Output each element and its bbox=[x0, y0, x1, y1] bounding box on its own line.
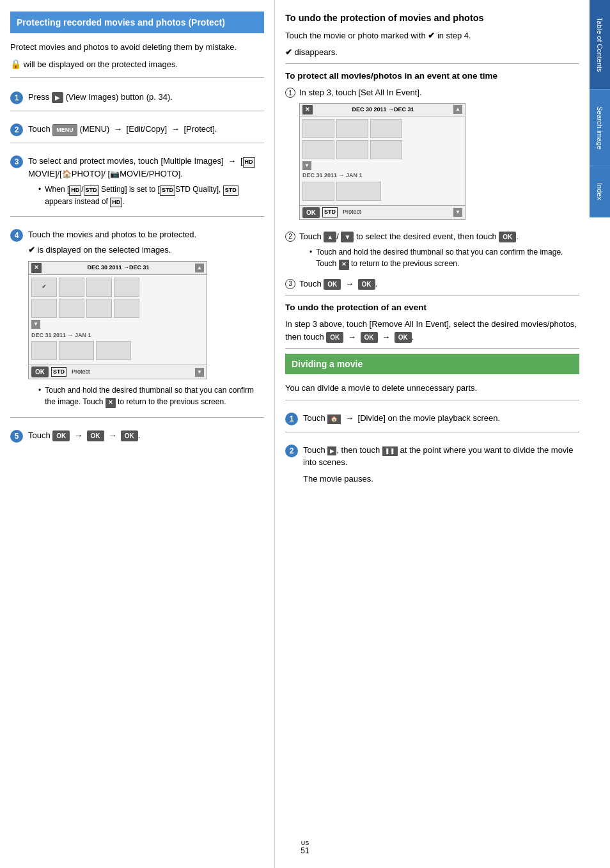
step-5-number: 5 bbox=[10, 430, 23, 443]
event-cell-5[interactable] bbox=[336, 140, 368, 159]
x-return-btn[interactable]: ✕ bbox=[106, 398, 116, 408]
event-row-3 bbox=[302, 182, 462, 201]
std-tag-footer: STD bbox=[51, 367, 66, 377]
event-cell-8[interactable] bbox=[336, 182, 381, 201]
sub-step-2: 2 Touch ▲/ ▼ to select the desired event… bbox=[285, 230, 579, 272]
scroll-up-btn[interactable]: ▲ bbox=[195, 264, 204, 272]
sub-step-3-content: Touch OK → OK. bbox=[299, 278, 579, 290]
divider-right-1 bbox=[285, 63, 579, 64]
event-scroll-br[interactable]: ▼ bbox=[453, 208, 462, 217]
sub-step-2-content: Touch ▲/ ▼ to select the desired event, … bbox=[299, 230, 579, 272]
photo-grid-footer: OK STD Protect ▼ bbox=[29, 365, 207, 379]
intro-text-1: Protect movies and photos to avoid delet… bbox=[10, 41, 264, 54]
event-date-bottom: DEC 31 2011 → JAN 1 bbox=[302, 170, 462, 182]
menu-button[interactable]: MENU bbox=[52, 124, 77, 137]
photo-grid: ✕ DEC 30 2011 →DEC 31 ▲ bbox=[28, 261, 207, 379]
divider-1 bbox=[10, 77, 264, 78]
divider-right-3 bbox=[285, 348, 579, 349]
page-num-text: 51 bbox=[301, 846, 309, 855]
sub-step-3: 3 Touch OK → OK. bbox=[285, 278, 579, 290]
down-arrow-btn[interactable]: ▼ bbox=[341, 232, 354, 242]
toc-tab-label: Table of Contents bbox=[596, 17, 604, 72]
event-cell-4[interactable] bbox=[302, 140, 334, 159]
sub-step-2-number: 2 bbox=[285, 232, 295, 242]
sidebar-tab-toc[interactable]: Table of Contents bbox=[590, 0, 610, 90]
ok-btn-5a[interactable]: OK bbox=[52, 430, 70, 441]
ok-btn-ue3[interactable]: OK bbox=[395, 332, 412, 343]
photo-cell-10[interactable] bbox=[59, 341, 94, 360]
event-grid-header: ✕ DEC 30 2011 →DEC 31 ▲ bbox=[300, 104, 465, 117]
protect-all-header: To protect all movies/photos in an event… bbox=[285, 70, 579, 83]
scroll-bottom-right[interactable]: ▼ bbox=[195, 368, 204, 377]
event-cell-1[interactable] bbox=[302, 119, 334, 138]
step-4-bullets: • Touch and hold the desired thumbnail s… bbox=[38, 384, 264, 408]
ok-btn-3b[interactable]: OK bbox=[358, 279, 375, 290]
ok-btn-2[interactable]: OK bbox=[499, 232, 516, 242]
step-4: 4 Touch the movies and photos to be prot… bbox=[10, 222, 264, 418]
std-tag-3: STD bbox=[223, 185, 239, 196]
sub-step-2-bullet: • Touch and hold the desired thumbnail s… bbox=[309, 246, 579, 270]
photo-cell-4[interactable] bbox=[114, 278, 139, 297]
photo-cell-5[interactable] bbox=[31, 299, 57, 318]
event-close-btn[interactable]: ✕ bbox=[302, 105, 313, 115]
event-grid: ✕ DEC 30 2011 →DEC 31 ▲ bbox=[299, 103, 465, 220]
play-icon-btn[interactable]: ▶ bbox=[327, 446, 336, 455]
home-divide-icon[interactable]: 🏠 bbox=[327, 414, 341, 425]
event-row-1 bbox=[302, 119, 462, 138]
x-btn-sub2[interactable]: ✕ bbox=[339, 260, 349, 270]
photo-grid-header: ✕ DEC 30 2011 →DEC 31 ▲ bbox=[29, 262, 207, 275]
lock-icon: 🔒 bbox=[10, 59, 21, 69]
event-cell-6[interactable] bbox=[370, 140, 402, 159]
intro-text-2: 🔒 will be displayed on the protected ima… bbox=[10, 58, 264, 71]
step-4-bullet-1: • Touch and hold the desired thumbnail s… bbox=[38, 384, 264, 408]
ok-btn-3a[interactable]: OK bbox=[324, 279, 341, 290]
photo-cell-6[interactable] bbox=[59, 299, 84, 318]
photo-cell-11[interactable] bbox=[96, 341, 131, 360]
step-1: 1 Press ▶ (View Images) button (p. 34). bbox=[10, 84, 264, 111]
pause-icon-btn[interactable]: ❚❚ bbox=[382, 446, 398, 457]
close-btn[interactable]: ✕ bbox=[31, 263, 42, 273]
event-cell-2[interactable] bbox=[336, 119, 368, 138]
photo-cell-9[interactable] bbox=[31, 341, 57, 360]
divide-section-header: Dividing a movie bbox=[285, 354, 579, 374]
hd-tag: HD bbox=[243, 157, 255, 168]
event-cell-7[interactable] bbox=[302, 182, 334, 201]
std-tag-2: STD bbox=[160, 185, 175, 196]
step-5: 5 Touch OK → OK → OK. bbox=[10, 423, 264, 449]
divide-step-2-content: Touch ▶, then touch ❚❚ at the point wher… bbox=[303, 444, 579, 489]
ok-btn-5b[interactable]: OK bbox=[87, 430, 104, 441]
photo-cell-7[interactable] bbox=[86, 299, 112, 318]
up-arrow-btn[interactable]: ▲ bbox=[324, 232, 336, 242]
view-images-icon: ▶ bbox=[52, 92, 63, 103]
protect-label-event: Protect bbox=[343, 208, 361, 217]
step-2: 2 Touch MENU (MENU) → [Edit/Copy] → [Pro… bbox=[10, 116, 264, 144]
photo-cell-3[interactable] bbox=[86, 278, 112, 297]
event-grid-footer: OK STD Protect ▼ bbox=[300, 205, 465, 219]
event-row-2 bbox=[302, 140, 462, 159]
sidebar-tab-index[interactable]: Index bbox=[590, 166, 610, 217]
ok-btn-ue1[interactable]: OK bbox=[326, 332, 343, 343]
std-tag-event: STD bbox=[322, 207, 338, 217]
grid-row-1 bbox=[31, 278, 204, 297]
divide-step-2-number: 2 bbox=[285, 445, 298, 457]
right-column: To undo the protection of movies and pho… bbox=[275, 0, 590, 868]
photo-cell-8[interactable] bbox=[114, 299, 139, 318]
step-4-check-note: ✔ is displayed on the selected images. bbox=[28, 244, 264, 256]
ok-btn-ue2[interactable]: OK bbox=[361, 332, 378, 343]
photo-cell-2[interactable] bbox=[59, 278, 84, 297]
ok-btn-event[interactable]: OK bbox=[302, 207, 320, 218]
divide-step-1: 1 Touch 🏠 → [Divide] on the movie playba… bbox=[285, 406, 579, 432]
right-sidebar: Table of Contents Search image Index bbox=[590, 0, 610, 868]
movie-pauses-note: The movie pauses. bbox=[303, 473, 579, 485]
divider-divide-1 bbox=[285, 400, 579, 400]
step-3-note-item: • When [HD/STD Setting] is set to [STDST… bbox=[38, 184, 264, 207]
event-scroll-up[interactable]: ▲ bbox=[453, 105, 462, 114]
event-cell-3[interactable] bbox=[370, 119, 402, 138]
ok-btn-footer[interactable]: OK bbox=[31, 367, 49, 377]
event-scroll-down[interactable]: ▼ bbox=[302, 161, 311, 170]
divide-header-text: Dividing a movie bbox=[292, 359, 363, 369]
ok-btn-5c[interactable]: OK bbox=[121, 430, 138, 441]
photo-cell-1[interactable] bbox=[31, 278, 57, 297]
sidebar-tab-search[interactable]: Search image bbox=[590, 90, 610, 166]
scroll-down-btn[interactable]: ▼ bbox=[31, 320, 40, 329]
